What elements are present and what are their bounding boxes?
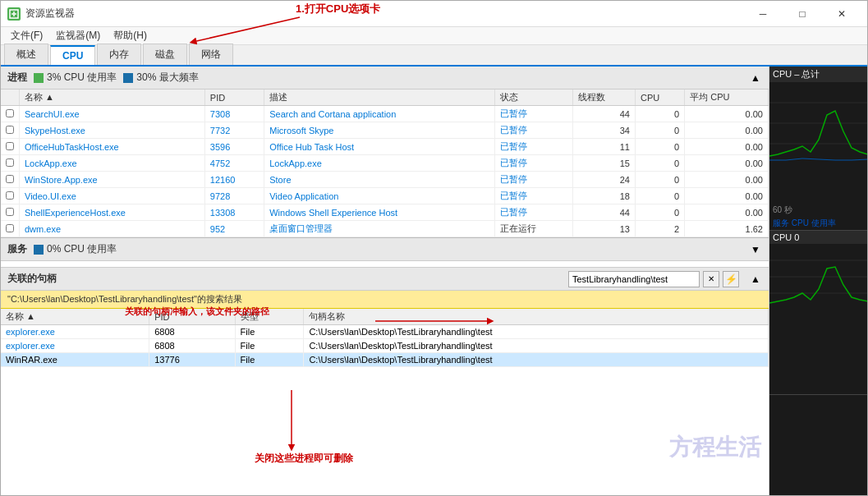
handles-search-area: ✕ ⚡: [568, 271, 739, 287]
handle-row-path: C:\Users\lan\Desktop\TestLibraryhandling…: [304, 353, 769, 367]
row-desc: 桌面窗口管理器: [264, 221, 495, 237]
row-checkbox[interactable]: [1, 221, 20, 237]
row-checkbox[interactable]: [1, 155, 20, 172]
col-status[interactable]: 状态: [494, 90, 572, 106]
right-panel: CPU – 总计 60 秒 服务 CPU 使用率: [769, 67, 867, 495]
row-name: Video.UI.exe: [20, 188, 205, 204]
col-handle-path[interactable]: 句柄名称: [304, 309, 769, 325]
main-content: 进程 3% CPU 使用率 30% 最大频率 ▲: [1, 67, 867, 495]
menu-file[interactable]: 文件(F): [4, 27, 49, 44]
row-checkbox[interactable]: [1, 106, 20, 122]
row-checkbox[interactable]: [1, 204, 20, 221]
row-threads: 11: [572, 139, 635, 155]
services-collapse-btn[interactable]: ▼: [749, 243, 762, 256]
list-item[interactable]: WinRAR.exe 13776 File C:\Users\lan\Deskt…: [1, 353, 769, 367]
row-avg-cpu: 0.00: [685, 172, 769, 188]
row-threads: 44: [572, 106, 635, 122]
processes-collapse-btn[interactable]: ▲: [749, 71, 762, 85]
row-checkbox[interactable]: [1, 188, 20, 204]
col-cpu[interactable]: CPU: [635, 90, 684, 106]
row-pid: 9728: [204, 188, 264, 204]
processes-table-header: 名称 ▲ PID 描述 状态 线程数 CPU 平均 CPU: [1, 90, 769, 106]
table-row[interactable]: Video.UI.exe 9728 Video Application 已暂停 …: [1, 188, 769, 204]
table-row[interactable]: ShellExperienceHost.exe 13308 Windows Sh…: [1, 204, 769, 221]
maximize-button[interactable]: □: [783, 1, 821, 27]
cpu0-title: CPU 0: [769, 231, 867, 244]
row-cpu: 0: [635, 155, 684, 172]
row-checkbox[interactable]: [1, 122, 20, 139]
table-row[interactable]: SkypeHost.exe 7732 Microsoft Skype 已暂停 3…: [1, 122, 769, 139]
col-handle-name[interactable]: 名称 ▲: [1, 309, 149, 325]
services-arrow-icon: ▼: [751, 244, 760, 255]
main-window: 资源监视器 ─ □ ✕ 文件(F) 监视器(M) 帮助(H) 概述 CPU 内存…: [0, 0, 868, 496]
row-desc: Search and Cortana application: [264, 106, 495, 122]
tab-network[interactable]: 网络: [189, 44, 233, 65]
handles-clear-btn[interactable]: ✕: [703, 271, 719, 287]
close-button[interactable]: ✕: [823, 1, 861, 27]
tab-disk[interactable]: 磁盘: [143, 44, 187, 65]
col-name[interactable]: 名称 ▲: [20, 90, 205, 106]
row-status: 已暂停: [494, 155, 572, 172]
row-avg-cpu: 0.00: [685, 106, 769, 122]
tab-memory[interactable]: 内存: [97, 44, 141, 65]
row-avg-cpu: 1.62: [685, 221, 769, 237]
processes-cpu-text: 3% CPU 使用率: [47, 71, 117, 85]
table-row[interactable]: WinStore.App.exe 12160 Store 已暂停 24 0 0.…: [1, 172, 769, 188]
handle-row-pid: 6808: [149, 339, 235, 353]
row-desc: LockApp.exe: [264, 155, 495, 172]
handles-table-container[interactable]: 名称 ▲ PID 类型 句柄名称 explorer.exe 6808 File …: [1, 309, 769, 495]
handles-search-btn[interactable]: ⚡: [723, 271, 739, 287]
row-cpu: 0: [635, 122, 684, 139]
row-threads: 18: [572, 188, 635, 204]
row-status: 已暂停: [494, 204, 572, 221]
row-name: WinStore.App.exe: [20, 172, 205, 188]
row-cpu: 0: [635, 188, 684, 204]
cpu-status-box: [34, 73, 44, 83]
row-checkbox[interactable]: [1, 172, 20, 188]
menu-monitor[interactable]: 监视器(M): [49, 27, 107, 44]
processes-table-container[interactable]: 名称 ▲ PID 描述 状态 线程数 CPU 平均 CPU SearchUI.e…: [1, 90, 769, 237]
row-name: SkypeHost.exe: [20, 122, 205, 139]
handle-row-pid: 13776: [149, 353, 235, 367]
row-pid: 12160: [204, 172, 264, 188]
col-desc[interactable]: 描述: [264, 90, 495, 106]
col-pid[interactable]: PID: [204, 90, 264, 106]
row-status: 已暂停: [494, 106, 572, 122]
row-pid: 952: [204, 221, 264, 237]
row-pid: 7732: [204, 122, 264, 139]
col-handle-pid[interactable]: PID: [149, 309, 235, 325]
row-name: SearchUI.exe: [20, 106, 205, 122]
processes-tbody: SearchUI.exe 7308 Search and Cortana app…: [1, 106, 769, 237]
services-header[interactable]: 服务 0% CPU 使用率 ▼: [1, 238, 769, 261]
handles-search-input[interactable]: [568, 271, 700, 287]
cpu-total-section: CPU – 总计 60 秒 服务 CPU 使用率: [769, 67, 867, 231]
list-item[interactable]: explorer.exe 6808 File C:\Users\lan\Desk…: [1, 325, 769, 339]
handles-section: 关联的句柄 ✕ ⚡ ▲ "C:\Users\lan\Desktop\TestLi…: [1, 268, 769, 495]
col-avg-cpu[interactable]: 平均 CPU: [685, 90, 769, 106]
minimize-button[interactable]: ─: [744, 1, 782, 27]
table-row[interactable]: LockApp.exe 4752 LockApp.exe 已暂停 15 0 0.…: [1, 155, 769, 172]
menu-bar: 文件(F) 监视器(M) 帮助(H): [1, 27, 867, 45]
col-handle-type[interactable]: 类型: [235, 309, 304, 325]
services-status-box: [34, 245, 44, 255]
collapse-arrow-icon: ▲: [751, 72, 760, 84]
row-avg-cpu: 0.00: [685, 188, 769, 204]
processes-freq-status: 30% 最大频率: [123, 71, 198, 85]
processes-header[interactable]: 进程 3% CPU 使用率 30% 最大频率 ▲: [1, 67, 769, 90]
list-item[interactable]: explorer.exe 6808 File C:\Users\lan\Desk…: [1, 339, 769, 353]
cpu-time-label: 60 秒: [769, 204, 867, 217]
tab-overview[interactable]: 概述: [4, 44, 48, 65]
handles-collapse-btn[interactable]: ▲: [749, 273, 762, 286]
tab-cpu[interactable]: CPU: [50, 45, 95, 65]
menu-help[interactable]: 帮助(H): [107, 27, 154, 44]
row-desc: Office Hub Task Host: [264, 139, 495, 155]
table-row[interactable]: OfficeHubTaskHost.exe 3596 Office Hub Ta…: [1, 139, 769, 155]
row-avg-cpu: 0.00: [685, 155, 769, 172]
table-row[interactable]: dwm.exe 952 桌面窗口管理器 正在运行 13 2 1.62: [1, 221, 769, 237]
handles-table-header: 名称 ▲ PID 类型 句柄名称: [1, 309, 769, 325]
handle-row-path: C:\Users\lan\Desktop\TestLibraryhandling…: [304, 325, 769, 339]
col-threads[interactable]: 线程数: [572, 90, 635, 106]
search-result-text: "C:\Users\lan\Desktop\TestLibraryhandlin…: [7, 294, 242, 304]
row-checkbox[interactable]: [1, 139, 20, 155]
table-row[interactable]: SearchUI.exe 7308 Search and Cortana app…: [1, 106, 769, 122]
